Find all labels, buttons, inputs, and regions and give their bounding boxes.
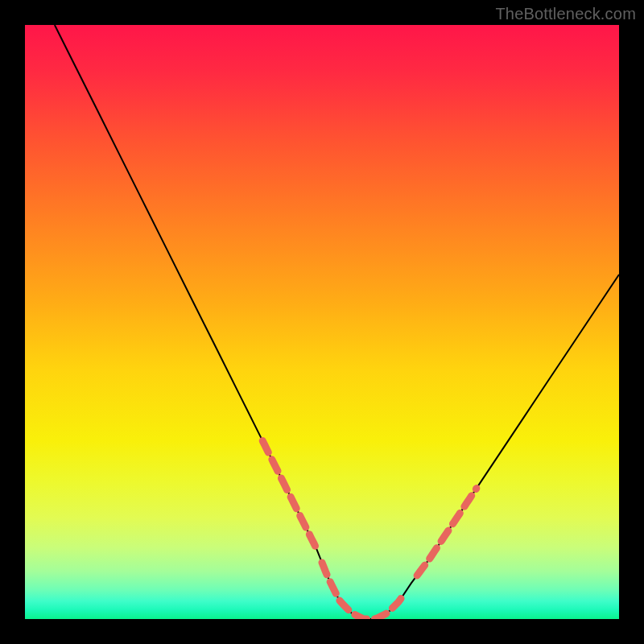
gradient-background xyxy=(25,25,619,619)
plot-area xyxy=(25,25,619,619)
chart-frame: TheBottleneck.com xyxy=(0,0,644,644)
plot-svg xyxy=(25,25,619,619)
watermark-text: TheBottleneck.com xyxy=(495,5,636,23)
